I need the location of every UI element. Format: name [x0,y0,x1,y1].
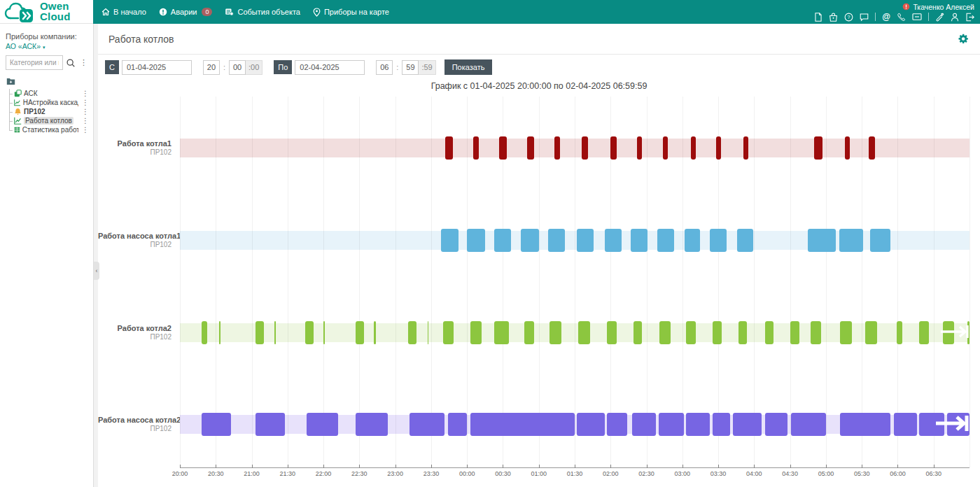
axis-tick-label: 21:30 [280,470,296,477]
track-device: ПР102 [98,333,172,341]
chart-icon [14,117,22,125]
market-icon[interactable] [829,13,838,22]
search-input[interactable] [6,55,63,70]
timeline-bar [428,321,429,344]
timeline-bar [737,229,752,252]
axis-tick [288,465,288,468]
to-hour-input[interactable] [376,60,393,75]
chat-icon[interactable] [860,13,869,22]
scroll-right-arrow-icon[interactable] [939,324,969,342]
tree-root-folder[interactable] [6,76,90,88]
nav-item-object-events[interactable]: События объекта [225,8,300,16]
timeline-bar [839,229,863,252]
tree-item-menu-icon[interactable]: ⋮ [80,118,90,125]
axis-tick-label: 23:30 [424,470,440,477]
tree-item-menu-icon[interactable]: ⋮ [80,99,90,106]
timeline-bar [686,413,710,436]
search-icon[interactable] [66,58,76,68]
timeline-bar [274,321,276,344]
scroll-right-arrow-icon[interactable] [934,414,969,436]
timeline-bar [808,229,835,252]
to-minute-input[interactable] [402,60,419,75]
from-date-input[interactable] [122,60,192,75]
nav-item-label: События объекта [237,8,300,16]
page-title: Работа котлов [108,34,174,45]
logo-text: Owen Cloud [40,1,71,22]
track-name: Работа котла2 [98,324,172,333]
company-selector[interactable]: АО «АСК» ▾ [6,42,90,50]
axis-tick-label: 03:30 [710,470,727,477]
user-menu[interactable]: Ткаченко Алексей [902,3,974,11]
chart-title: График с 01-04-2025 20:00:00 по 02-04-20… [98,78,980,97]
timeline-bar [374,321,376,344]
timeline-bar [550,321,561,344]
timeline-bar [919,321,929,344]
timeline-bar [255,321,264,344]
timeline-bar [582,136,588,160]
panel-header: Работа котлов [98,24,980,55]
nav-item-devices-on-map[interactable]: Приборы на карте [313,8,389,17]
tree-item-boilers-work[interactable]: Работа котлов ⋮ [9,116,90,125]
show-button[interactable]: Показать [444,59,493,75]
tools-icon[interactable] [935,13,944,22]
phone-icon[interactable] [897,13,906,22]
track-boiler1: Работа котла1 ПР102 [98,139,969,157]
events-icon [225,8,234,16]
axis-tick [897,465,898,468]
timeline-bar [869,136,875,160]
timeline-bar [811,321,821,344]
track-band-boiler2 [180,323,969,342]
logout-icon[interactable] [965,13,974,22]
document-icon[interactable] [814,13,822,22]
nav-item-home[interactable]: В начало [102,8,146,16]
tree-item-work-statistics[interactable]: Статистика работы ... ⋮ [9,125,90,134]
axis-tick-label: 22:00 [316,470,332,477]
from-seconds: :00 [246,60,262,75]
timeline-bar [255,413,286,436]
timeline-bar [791,413,826,436]
bell-icon [14,108,22,115]
to-label: По [274,60,292,74]
axis-tick [575,465,575,468]
timeline-bar [733,413,762,436]
mail-icon[interactable] [912,13,922,21]
tree-item-pr102[interactable]: ПР102 ⋮ [9,107,90,116]
axis-tick-label: 20:30 [208,470,224,477]
app-logo[interactable]: Owen Cloud [0,0,93,24]
axis-tick [934,465,934,468]
at-email-icon[interactable]: @ [882,13,890,21]
axis-tick-label: 02:00 [603,470,619,477]
tree-item-ask[interactable]: АСК ⋮ [9,89,90,98]
search-menu-icon[interactable]: ⋮ [78,59,89,66]
table-icon [14,126,20,134]
track-device: ПР102 [98,148,172,157]
timeline-bar [713,321,722,344]
tree-item-menu-icon[interactable]: ⋮ [80,108,90,115]
track-band-pump1 [180,231,969,250]
axis-tick-label: 01:30 [567,470,583,477]
timeline-bar [657,229,674,252]
tree-item-cascade-setup[interactable]: НАстройка каскада ⋮ [9,98,90,107]
time-axis: 20:0020:3021:0021:3022:0022:3023:0023:30… [180,467,969,481]
tree-item-menu-icon[interactable]: ⋮ [80,127,90,134]
axis-tick [252,465,253,468]
timeline-bar [441,229,459,252]
user-icon[interactable] [951,13,959,22]
from-hour-input[interactable] [203,60,220,75]
timeline-bar [637,136,642,160]
gridline [969,97,970,467]
axis-tick [396,465,396,468]
company-name: АО «АСК» [6,42,41,50]
logo-line2: Cloud [40,12,71,22]
to-date-input[interactable] [295,60,365,75]
settings-gear-icon[interactable] [958,33,969,45]
timeline-bar [765,321,774,344]
from-minute-input[interactable] [229,60,246,75]
tree-item-menu-icon[interactable]: ⋮ [80,90,90,97]
track-label-group: Работа котла2 ПР102 [98,324,180,342]
map-pin-icon [313,8,321,17]
axis-tick [754,465,755,468]
help-icon[interactable]: ? [844,13,853,22]
nav-item-alarms[interactable]: Аварии 0 [159,8,213,17]
axis-tick [682,465,683,468]
